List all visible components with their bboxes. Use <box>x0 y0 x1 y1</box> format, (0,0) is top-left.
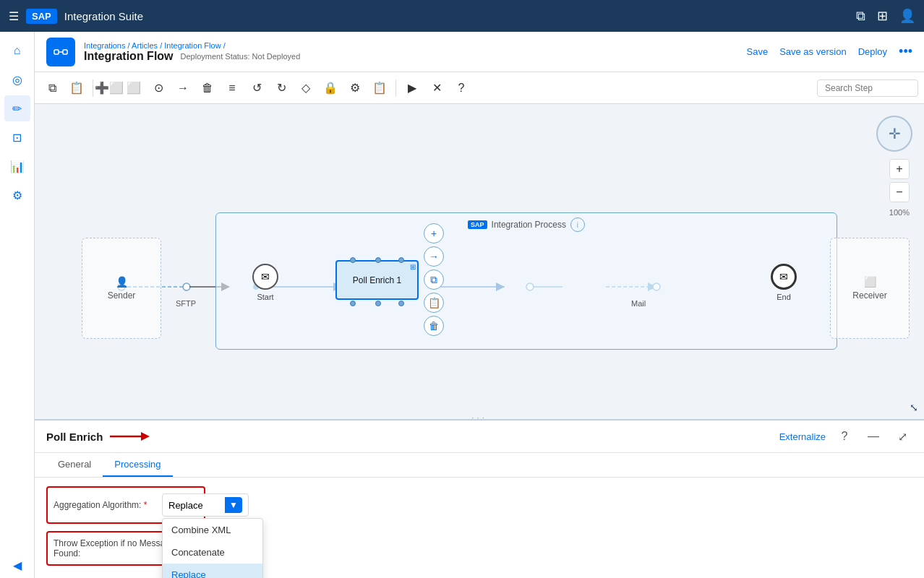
deploy-button[interactable]: Deploy <box>858 46 887 57</box>
toolbar-rect-btn[interactable]: ⬜ <box>122 77 145 100</box>
integration-process-box: SAP Integration Process i ✉ Start Poll E… <box>215 212 837 350</box>
breadcrumb-articles[interactable]: Articles <box>132 41 158 50</box>
user-icon[interactable]: 👤 <box>899 8 915 24</box>
toolbar-play-btn[interactable]: ▶ <box>401 77 424 100</box>
option-combine-xml[interactable]: Combine XML <box>163 519 262 541</box>
sftp-label: SFTP <box>176 299 196 308</box>
toolbar-rotate-right-btn[interactable]: ↻ <box>270 77 293 100</box>
action-copy-btn[interactable]: ⧉ <box>424 269 444 290</box>
toolbar: ⧉ 📋 ➕⬜ ⬜ ⊙ → 🗑 ≡ ↺ ↻ ◇ 🔒 ⚙ 📋 ▶ ✕ ? <box>35 72 924 104</box>
hamburger-icon[interactable]: ☰ <box>9 9 19 23</box>
panel-maximize-btn[interactable]: ⤢ <box>892 426 912 447</box>
sap-logo-small: SAP <box>468 220 487 229</box>
toolbar-settings-btn[interactable]: ⚙ <box>343 77 367 100</box>
tab-general[interactable]: General <box>46 453 103 477</box>
action-btns: + → ⧉ 📋 🗑 <box>424 223 444 336</box>
panel-help-btn[interactable]: ? <box>834 426 855 447</box>
action-delete-btn[interactable]: 🗑 <box>424 316 444 336</box>
action-add-btn[interactable]: + <box>424 223 444 243</box>
ip-title-label: Integration Process <box>492 220 566 230</box>
zoom-in-button[interactable]: + <box>889 159 910 179</box>
poll-enrich-box[interactable]: Poll Enrich 1 <box>335 260 419 300</box>
expand-icon[interactable]: ⤡ <box>910 402 918 413</box>
start-circle[interactable]: ✉ <box>252 264 278 290</box>
toolbar-help-btn[interactable]: ? <box>450 77 473 100</box>
connector-bottom-right <box>398 301 404 306</box>
svg-rect-0 <box>54 50 59 54</box>
toolbar-clipboard-btn[interactable]: 📋 <box>368 77 391 100</box>
arrow-indicator <box>110 429 153 444</box>
connector-top-center <box>375 257 381 263</box>
sender-box: 👤 Sender <box>82 238 161 339</box>
sidebar-analytics-icon[interactable]: 📊 <box>4 153 30 179</box>
required-star: * <box>144 500 147 510</box>
toolbar-stop-btn[interactable]: ✕ <box>425 77 448 100</box>
page-title: Integration Flow <box>84 50 174 63</box>
breadcrumb-integration-flow[interactable]: Integration Flow <box>164 41 221 50</box>
aggregation-algorithm-row: Aggregation Algorithm: * Replace ▼ Combi… <box>46 486 205 524</box>
search-step-input[interactable] <box>817 79 918 97</box>
toolbar-lock-btn[interactable]: 🔒 <box>319 77 342 100</box>
toolbar-delete-btn[interactable]: 🗑 <box>196 77 219 100</box>
breadcrumb-integrations[interactable]: Integrations <box>84 41 125 50</box>
start-label: Start <box>257 293 273 301</box>
poll-enrich-label: Poll Enrich 1 <box>353 275 401 285</box>
panel-header: Poll Enrich Externalize ? — ⤢ <box>35 420 924 453</box>
toolbar-add-btn[interactable]: ➕⬜ <box>98 77 121 100</box>
svg-point-4 <box>183 283 190 290</box>
info-icon[interactable]: i <box>570 217 585 232</box>
toolbar-diamond-btn[interactable]: ◇ <box>294 77 317 100</box>
dropdown-menu: Combine XML Concatenate Replace <box>162 518 263 578</box>
breadcrumb: Integrations / Articles / Integration Fl… <box>84 41 300 63</box>
deploy-status: Deployment Status: Not Deployed <box>181 52 301 61</box>
zoom-out-button[interactable]: − <box>889 182 910 202</box>
dropdown-wrapper: Replace ▼ Combine XML Concatenate Replac… <box>162 493 249 517</box>
sidebar-settings-icon[interactable]: ⚙ <box>4 182 30 208</box>
receiver-box: ⬜ Receiver <box>830 238 910 339</box>
sidebar-collapse-icon[interactable]: ◀ <box>4 552 30 578</box>
sidebar-home-icon[interactable]: ⌂ <box>4 38 30 64</box>
sidebar-design-icon[interactable]: ✏ <box>4 95 30 121</box>
zoom-controls: + − 100% <box>889 159 910 217</box>
panel-tabs: General Processing <box>35 453 924 478</box>
toolbar-paste-btn[interactable]: 📋 <box>65 77 88 100</box>
header-actions: Save Save as version Deploy ••• <box>746 44 912 59</box>
top-nav: ☰ SAP Integration Suite ⧉ ⊞ 👤 <box>0 0 924 32</box>
copy-icon[interactable]: ⧉ <box>856 9 865 24</box>
connector-bottom-left <box>350 301 356 306</box>
sidebar-monitor-icon[interactable]: ⊡ <box>4 124 30 150</box>
connector-bottom-center <box>375 301 381 306</box>
save-button[interactable]: Save <box>746 46 768 57</box>
mail-label: Mail <box>631 299 646 308</box>
end-circle[interactable]: ✉ <box>771 264 797 290</box>
dropdown-arrow-btn[interactable]: ▼ <box>225 497 242 513</box>
poll-enrich-node[interactable]: Poll Enrich 1 <box>335 260 419 303</box>
flow-icon-box <box>46 38 75 66</box>
panel-title: Poll Enrich <box>46 431 103 443</box>
toolbar-circle-btn[interactable]: ⊙ <box>147 77 170 100</box>
svg-rect-1 <box>63 50 67 54</box>
page-title-row: Integration Flow Deployment Status: Not … <box>84 50 300 63</box>
more-options-button[interactable]: ••• <box>899 44 912 59</box>
sidebar-discover-icon[interactable]: ◎ <box>4 66 30 92</box>
toolbar-copy-btn[interactable]: ⧉ <box>40 77 64 100</box>
grid-icon[interactable]: ⊞ <box>877 8 888 24</box>
toolbar-arrow-btn[interactable]: → <box>171 77 194 100</box>
save-version-button[interactable]: Save as version <box>779 46 847 57</box>
dropdown-select[interactable]: Replace ▼ <box>162 493 249 517</box>
toolbar-lines-btn[interactable]: ≡ <box>221 77 244 100</box>
toolbar-rotate-left-btn[interactable]: ↺ <box>245 77 268 100</box>
action-clipboard-btn[interactable]: 📋 <box>424 293 444 313</box>
panel-minimize-btn[interactable]: — <box>863 426 884 447</box>
externalize-button[interactable]: Externalize <box>779 431 826 442</box>
left-sidebar: ⌂ ◎ ✏ ⊡ 📊 ⚙ ◀ <box>0 32 35 578</box>
option-concatenate[interactable]: Concatenate <box>163 541 262 564</box>
bottom-panel: Poll Enrich Externalize ? — ⤢ General Pr… <box>35 419 924 578</box>
end-node: ✉ End <box>771 264 797 301</box>
action-arrow-btn[interactable]: → <box>424 246 444 267</box>
nav-compass[interactable]: ✛ <box>876 116 912 152</box>
tab-processing[interactable]: Processing <box>103 453 172 477</box>
selected-option: Replace <box>168 500 203 511</box>
option-replace[interactable]: Replace <box>163 564 262 578</box>
panel-actions: Externalize ? — ⤢ <box>779 426 912 447</box>
